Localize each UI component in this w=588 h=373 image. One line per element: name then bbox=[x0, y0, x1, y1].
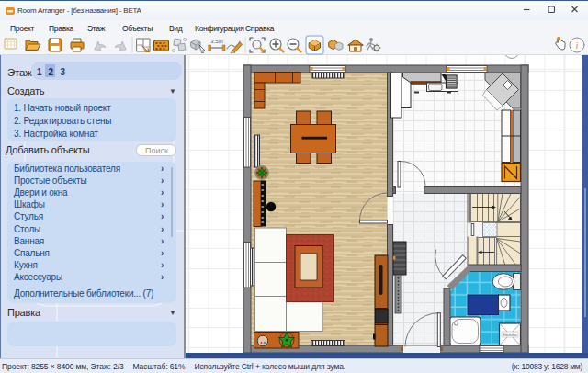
svg-text:Electrolux: Electrolux bbox=[503, 333, 517, 337]
svg-text:i: i bbox=[575, 40, 578, 51]
svg-text:3.5m: 3.5m bbox=[210, 39, 222, 44]
